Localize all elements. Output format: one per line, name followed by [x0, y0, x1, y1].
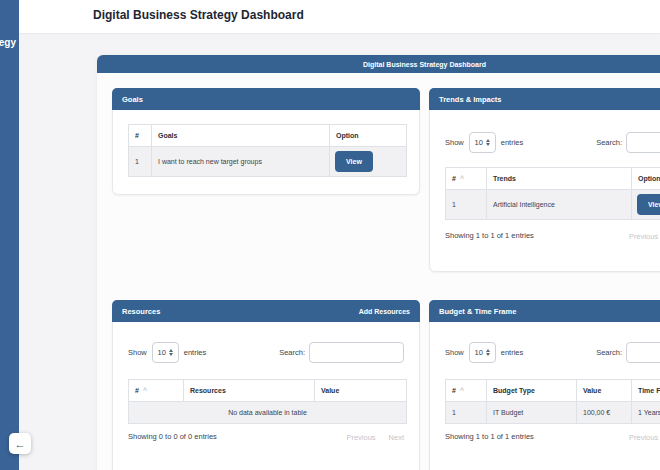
trends-table-info: Showing 1 to 1 of 1 entries — [445, 231, 534, 240]
trends-page-size-select[interactable]: 10 — [469, 132, 496, 153]
budget-col-timeframe[interactable]: Time Frame — [632, 380, 660, 402]
search-label: Search: — [279, 348, 305, 357]
goals-col-option: Option — [330, 125, 407, 147]
goals-table-row: 1 I want to reach new target groups View — [129, 147, 407, 177]
trends-col-num[interactable]: #^ — [446, 168, 487, 190]
budget-col-type[interactable]: Budget Type — [487, 380, 577, 402]
resources-search-input[interactable] — [309, 342, 404, 363]
budget-table-info: Showing 1 to 1 of 1 entries — [445, 432, 534, 441]
show-label: Show — [445, 348, 464, 357]
top-header-bar: Digital Business Strategy Dashboard — [0, 0, 660, 33]
budget-table-header-row: #^ Budget Type Value Time Frame — [446, 380, 660, 402]
show-label: Show — [128, 348, 147, 357]
resources-empty-text: No data available in table — [129, 402, 407, 424]
goal-view-button[interactable]: View — [335, 151, 373, 172]
resources-next-button[interactable]: Next — [389, 433, 404, 442]
trends-table-row: 1 Artificial Intelligence View — [446, 190, 660, 220]
resources-panel-header: Resources Add Resources — [112, 300, 420, 322]
trends-pagination: Previous Next — [629, 232, 660, 241]
sidebar-strategy-label: Strategy — [0, 37, 16, 48]
trend-row-text: Artificial Intelligence — [487, 190, 632, 220]
resources-pagination: Previous Next — [346, 433, 404, 442]
trends-search-input[interactable] — [626, 132, 660, 153]
resources-panel: Resources Add Resources Show 10 entries … — [112, 300, 420, 470]
show-label: Show — [445, 138, 464, 147]
trends-length-control: Show 10 entries — [445, 132, 523, 153]
budget-panel-title: Budget & Time Frame — [439, 307, 516, 316]
budget-page-size-select[interactable]: 10 — [469, 342, 496, 363]
budget-row-time: 1 Years — [632, 402, 660, 424]
budget-col-num[interactable]: #^ — [446, 380, 487, 402]
trends-panel-header: Trends & Impacts — [429, 88, 660, 110]
entries-label: entries — [501, 138, 524, 147]
goals-col-goals: Goals — [152, 125, 330, 147]
goals-panel: Goals # Goals Option 1 I want to reach n… — [112, 88, 420, 195]
budget-col-value[interactable]: Value — [577, 380, 632, 402]
resources-col-resources[interactable]: Resources — [184, 380, 315, 402]
select-spinner-icon — [486, 349, 490, 356]
trends-table: #^ Trends Option 1 Artificial Intelligen… — [445, 167, 660, 220]
budget-row-value: 100,00 € — [577, 402, 632, 424]
trend-view-button[interactable]: View — [637, 194, 660, 215]
trends-col-option: Option — [632, 168, 660, 190]
budget-row-type: IT Budget — [487, 402, 577, 424]
resources-col-value[interactable]: Value — [315, 380, 407, 402]
budget-panel-header: Budget & Time Frame — [429, 300, 660, 322]
page-size-value: 10 — [475, 348, 483, 357]
dashboard-banner-title: Digital Business Strategy Dashboard — [363, 61, 486, 68]
sidebar-toggle-button[interactable]: ← — [9, 433, 31, 454]
budget-panel: Budget & Time Frame Show 10 entries Sear… — [429, 300, 660, 470]
entries-label: entries — [184, 348, 207, 357]
resources-panel-title: Resources — [122, 307, 160, 316]
budget-pagination: Previous Next — [629, 433, 660, 442]
budget-row-num: 1 — [446, 402, 487, 424]
trends-panel: Trends & Impacts Show 10 entries Search:… — [429, 88, 660, 272]
budget-search-control: Search: — [596, 342, 660, 363]
resources-page-size-select[interactable]: 10 — [152, 342, 179, 363]
budget-search-input[interactable] — [626, 342, 660, 363]
goals-panel-header: Goals — [112, 88, 420, 110]
sidebar[interactable]: Strategy — [0, 0, 19, 470]
sort-asc-icon: ^ — [460, 175, 464, 182]
goal-row-text: I want to reach new target groups — [152, 147, 330, 177]
dashboard-banner: Digital Business Strategy Dashboard — [97, 55, 660, 73]
page-size-value: 10 — [475, 138, 483, 147]
resources-search-control: Search: — [279, 342, 404, 363]
entries-label: entries — [501, 348, 524, 357]
resources-previous-button[interactable]: Previous — [346, 433, 375, 442]
sort-asc-icon: ^ — [143, 387, 147, 394]
goals-table: # Goals Option 1 I want to reach new tar… — [128, 124, 407, 177]
sort-asc-icon: ^ — [460, 387, 464, 394]
trends-previous-button[interactable]: Previous — [629, 232, 658, 241]
goal-row-num: 1 — [129, 147, 152, 177]
trends-search-control: Search: — [596, 132, 660, 153]
goals-col-num: # — [129, 125, 152, 147]
resources-col-num[interactable]: #^ — [129, 380, 184, 402]
page-size-value: 10 — [158, 348, 166, 357]
resources-table: #^ Resources Value No data available in … — [128, 379, 407, 424]
page-title: Digital Business Strategy Dashboard — [93, 8, 304, 22]
budget-length-control: Show 10 entries — [445, 342, 523, 363]
search-label: Search: — [596, 138, 622, 147]
resources-table-header-row: #^ Resources Value — [129, 380, 407, 402]
add-resources-button[interactable]: Add Resources — [359, 308, 410, 315]
select-spinner-icon — [169, 349, 173, 356]
goals-panel-title: Goals — [122, 95, 143, 104]
trend-row-num: 1 — [446, 190, 487, 220]
trends-table-header-row: #^ Trends Option — [446, 168, 660, 190]
search-label: Search: — [596, 348, 622, 357]
budget-table-row: 1 IT Budget 100,00 € 1 Years — [446, 402, 660, 424]
budget-previous-button[interactable]: Previous — [629, 433, 658, 442]
select-spinner-icon — [486, 139, 490, 146]
back-arrow-icon: ← — [15, 438, 26, 450]
budget-table: #^ Budget Type Value Time Frame 1 IT Bud… — [445, 379, 660, 424]
trends-col-trends[interactable]: Trends — [487, 168, 632, 190]
trends-panel-title: Trends & Impacts — [439, 95, 502, 104]
goals-table-header-row: # Goals Option — [129, 125, 407, 147]
resources-table-info: Showing 0 to 0 of 0 entries — [128, 432, 217, 441]
resources-empty-row: No data available in table — [129, 402, 407, 424]
resources-length-control: Show 10 entries — [128, 342, 206, 363]
